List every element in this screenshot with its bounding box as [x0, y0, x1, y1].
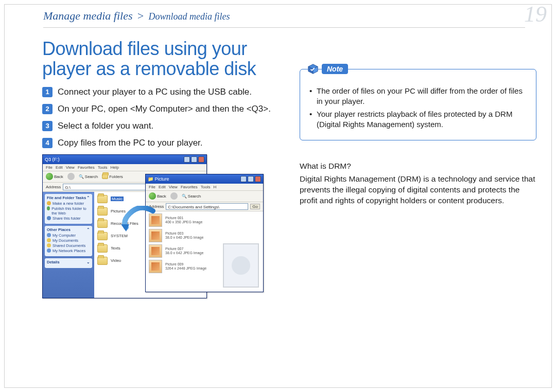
- maximize-icon: [191, 156, 197, 163]
- toolbar-folders: Folders: [109, 174, 123, 179]
- step-text: On your PC, open <My Computer> and then …: [58, 103, 271, 115]
- image-thumbnail: [149, 229, 162, 242]
- preview-pane: [223, 243, 259, 288]
- thumb-meta: 400 x 350 JPEG Image: [165, 220, 202, 224]
- menu-item: Edit: [56, 165, 63, 170]
- step-number: 4: [42, 138, 53, 148]
- window-title: Picture: [155, 176, 169, 182]
- thumb-name: Picture 009: [165, 262, 206, 266]
- other-places-header: Other Places: [47, 227, 71, 232]
- other-item: My Documents: [53, 238, 78, 243]
- window-body: Picture 001400 x 350 JPEG Image Picture …: [146, 211, 263, 292]
- window-menu: File Edit View Favorites Tools H: [146, 184, 263, 191]
- note-box: Note The order of files on your PC will …: [300, 69, 536, 140]
- folder-icon: [97, 207, 108, 216]
- image-thumbnail: [149, 213, 162, 227]
- menu-item: H: [213, 185, 216, 189]
- page-number: 19: [524, 1, 547, 27]
- toolbar-back: Back: [157, 194, 166, 199]
- steps-list: 1Connect your player to a PC using the U…: [42, 86, 279, 149]
- folder-label: Music: [111, 197, 124, 201]
- minimize-icon: [240, 176, 247, 182]
- thumb-meta: 38.0 x 640 JPEG Image: [165, 236, 203, 240]
- drm-answer: Digital Rights Management (DRM) is a tec…: [300, 174, 536, 206]
- address-label: Address: [149, 204, 164, 209]
- folder-icon: [97, 257, 108, 265]
- folders-icon: [102, 174, 108, 179]
- breadcrumb: Manage media files > Download media file…: [43, 9, 525, 28]
- tasks-header: File and Folder Tasks: [47, 195, 86, 200]
- back-icon: [46, 173, 53, 180]
- step-text: Copy files from the PC to your player.: [58, 137, 203, 149]
- step-number: 2: [42, 104, 53, 114]
- maximize-icon: [248, 176, 254, 182]
- forward-icon: [170, 192, 178, 200]
- thumb-name: Picture 007: [165, 247, 203, 251]
- other-item: Shared Documents: [53, 243, 85, 248]
- step-item: 4Copy files from the PC to your player.: [42, 137, 279, 149]
- other-item: My Computer: [53, 233, 76, 238]
- search-icon: 🔍: [79, 174, 84, 179]
- close-icon: [255, 176, 261, 182]
- menu-item: View: [66, 165, 75, 170]
- folder-icon: [97, 244, 108, 253]
- folder-label: SYSTEM: [111, 234, 128, 238]
- window-titlebar: 📁 Picture: [146, 174, 263, 184]
- search-icon: 🔍: [182, 194, 187, 199]
- left-column: Download files using your player as a re…: [42, 39, 279, 309]
- menu-item: File: [46, 165, 53, 170]
- menu-item: Edit: [159, 185, 166, 189]
- window-address-bar: Address C:\Documents and Settings\ Go: [146, 202, 263, 211]
- menu-item: Tools: [201, 185, 211, 189]
- toolbar-search: Search: [188, 194, 201, 199]
- back-icon: [149, 192, 156, 200]
- task-item: Share this folder: [53, 216, 81, 221]
- step-number: 3: [42, 121, 53, 131]
- folder-label: Recorded Files: [111, 221, 138, 226]
- drm-section: What is DRM? Digital Rights Management (…: [300, 161, 536, 206]
- step-text: Connect your player to a PC using the US…: [58, 86, 252, 98]
- details-header: Details: [47, 260, 60, 264]
- thumb-meta: 38.0 x 642 JPEG Image: [165, 251, 203, 255]
- sidebar-tasks: File and Folder Tasks⌃ Make a new folder…: [43, 192, 94, 298]
- window-titlebar: Q3 (F:): [43, 155, 206, 164]
- other-item: My Network Places: [53, 248, 85, 253]
- note-label: Note: [322, 64, 348, 74]
- menu-item: Favorites: [181, 185, 198, 189]
- note-cube-icon: [307, 63, 319, 75]
- menu-item: View: [169, 185, 178, 189]
- preview-placeholder-icon: [232, 256, 250, 275]
- thumb-meta: 3264 x 2448 JPEG Image: [165, 266, 206, 271]
- window-title: Q3 (F:): [45, 157, 60, 162]
- step-text: Select a folder you want.: [58, 120, 153, 132]
- image-thumbnail: [149, 244, 162, 258]
- breadcrumb-secondary: Download media files: [148, 11, 230, 22]
- note-item: The order of files on your PC will diffe…: [309, 86, 527, 107]
- note-item: Your player restricts playback of files …: [309, 109, 527, 130]
- thumb-name: Picture 003: [165, 231, 203, 236]
- address-value: C:\Documents and Settings\: [166, 203, 248, 210]
- explorer-window-picture: 📁 Picture File Edit View Favorites Tools…: [145, 174, 264, 292]
- folder-icon: [97, 232, 108, 240]
- menu-item: Favorites: [78, 165, 95, 170]
- menu-item: File: [149, 185, 155, 189]
- drm-question: What is DRM?: [300, 161, 536, 172]
- image-thumbnail: [149, 260, 162, 273]
- breadcrumb-separator: >: [137, 9, 145, 22]
- right-column: Note The order of files on your PC will …: [300, 69, 536, 206]
- forward-icon: [67, 173, 75, 180]
- step-item: 2On your PC, open <My Computer> and then…: [42, 103, 279, 115]
- folder-label: Texts: [111, 246, 120, 251]
- minimize-icon: [184, 156, 190, 163]
- explorer-screenshot: Q3 (F:) File Edit View Favorites Tools H…: [42, 154, 228, 309]
- folder-icon: [97, 220, 108, 228]
- go-button: Go: [250, 204, 260, 209]
- step-item: 3Select a folder you want.: [42, 120, 279, 132]
- close-icon: [198, 156, 204, 163]
- task-item: Publish this folder to the Web: [51, 206, 90, 216]
- folder-label: Video: [111, 258, 121, 263]
- address-label: Address: [46, 185, 61, 189]
- thumb-name: Picture 001: [165, 216, 202, 220]
- menu-item: Tools: [98, 165, 108, 170]
- toolbar-back: Back: [54, 174, 63, 179]
